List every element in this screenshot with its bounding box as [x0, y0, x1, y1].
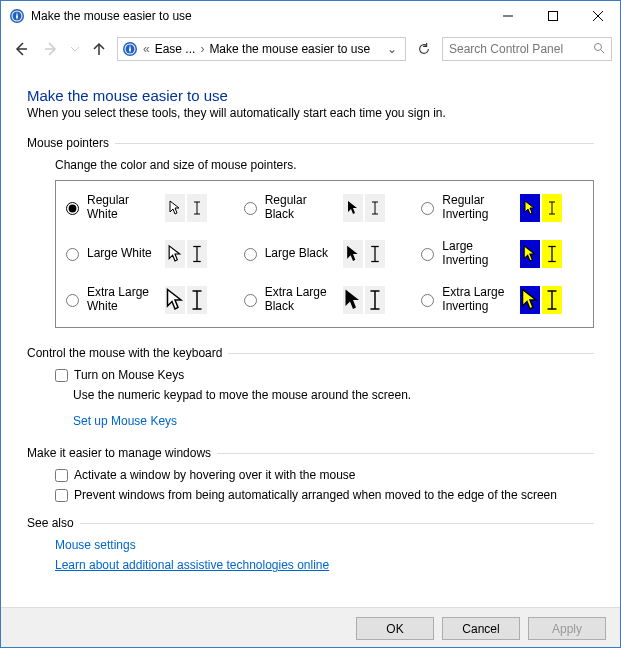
checkbox-mouse-keys[interactable]: Turn on Mouse Keys — [55, 368, 594, 382]
ok-button[interactable]: OK — [356, 617, 434, 640]
minimize-button[interactable] — [485, 1, 530, 31]
radio-regular-black[interactable]: Regular Black — [240, 187, 410, 229]
cursor-preview-icon — [165, 194, 207, 222]
search-input[interactable]: Search Control Panel — [442, 37, 612, 61]
navbar: « Ease ... › Make the mouse easier to us… — [1, 31, 620, 67]
chevron-right-icon: › — [198, 42, 206, 56]
group-manage-windows: Make it easier to manage windows — [27, 446, 594, 460]
back-button[interactable] — [9, 37, 33, 61]
close-button[interactable] — [575, 1, 620, 31]
apply-button[interactable]: Apply — [528, 617, 606, 640]
radio-regular-white[interactable]: Regular White — [62, 187, 232, 229]
up-button[interactable] — [87, 37, 111, 61]
titlebar: Make the mouse easier to use — [1, 1, 620, 31]
cancel-button[interactable]: Cancel — [442, 617, 520, 640]
search-icon — [593, 42, 605, 57]
pointer-scheme-box: Regular White Regular Black Regular Inve… — [55, 180, 594, 328]
breadcrumb-seg1[interactable]: Ease ... — [155, 42, 196, 56]
radio-large-white[interactable]: Large White — [62, 233, 232, 275]
radio-xl-white[interactable]: Extra Large White — [62, 279, 232, 321]
cursor-preview-icon — [165, 286, 207, 314]
group-see-also: See also — [27, 516, 594, 530]
chevron-down-icon[interactable]: ⌄ — [383, 42, 401, 56]
cursor-preview-icon — [165, 240, 207, 268]
svg-line-14 — [601, 50, 604, 53]
window-title: Make the mouse easier to use — [31, 9, 485, 23]
cursor-preview-icon — [343, 194, 385, 222]
search-placeholder: Search Control Panel — [449, 42, 563, 56]
radio-xl-inverting[interactable]: Extra Large Inverting — [417, 279, 587, 321]
forward-button[interactable] — [39, 37, 63, 61]
radio-xl-black[interactable]: Extra Large Black — [240, 279, 410, 321]
mouse-pointers-desc: Change the color and size of mouse point… — [55, 158, 594, 172]
page-title: Make the mouse easier to use — [27, 87, 594, 104]
cursor-preview-icon — [343, 240, 385, 268]
maximize-button[interactable] — [530, 1, 575, 31]
content-pane: Make the mouse easier to use When you se… — [1, 67, 620, 607]
breadcrumb-sep: « — [141, 42, 152, 56]
cursor-preview-icon — [520, 240, 562, 268]
ease-of-access-icon — [9, 8, 25, 24]
breadcrumb-seg2[interactable]: Make the mouse easier to use — [209, 42, 370, 56]
svg-rect-4 — [548, 12, 557, 21]
mouse-keys-help: Use the numeric keypad to move the mouse… — [73, 388, 594, 402]
cursor-preview-icon — [520, 286, 562, 314]
checkbox-activate-hover[interactable]: Activate a window by hovering over it wi… — [55, 468, 594, 482]
refresh-button[interactable] — [412, 37, 436, 61]
breadcrumb[interactable]: « Ease ... › Make the mouse easier to us… — [117, 37, 406, 61]
footer: OK Cancel Apply — [1, 607, 620, 648]
link-setup-mouse-keys[interactable]: Set up Mouse Keys — [73, 414, 177, 428]
radio-large-black[interactable]: Large Black — [240, 233, 410, 275]
page-subtitle: When you select these tools, they will a… — [27, 106, 594, 120]
link-assistive-technologies[interactable]: Learn about additional assistive technol… — [55, 558, 594, 572]
cursor-preview-icon — [520, 194, 562, 222]
link-mouse-settings[interactable]: Mouse settings — [55, 538, 594, 552]
checkbox-prevent-snap[interactable]: Prevent windows from being automatically… — [55, 488, 594, 502]
radio-large-inverting[interactable]: Large Inverting — [417, 233, 587, 275]
radio-regular-inverting[interactable]: Regular Inverting — [417, 187, 587, 229]
svg-point-13 — [595, 43, 602, 50]
group-keyboard-control: Control the mouse with the keyboard — [27, 346, 594, 360]
group-mouse-pointers: Mouse pointers — [27, 136, 594, 150]
cursor-preview-icon — [343, 286, 385, 314]
recent-dropdown[interactable] — [69, 37, 81, 61]
ease-of-access-icon — [122, 41, 138, 57]
